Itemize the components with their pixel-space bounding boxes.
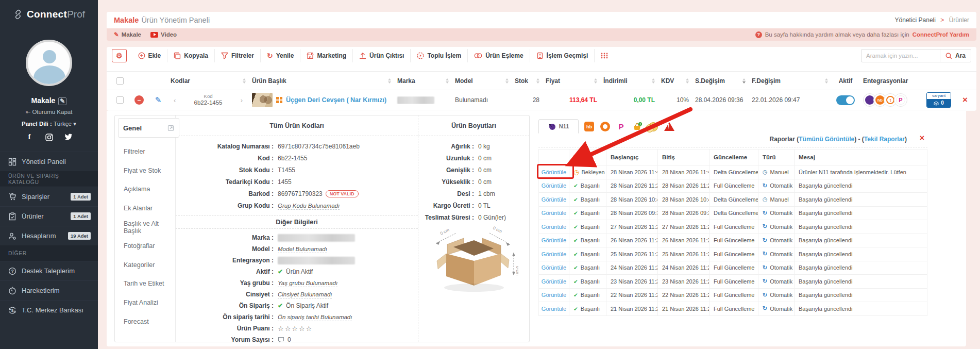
avatar[interactable] — [26, 40, 72, 86]
column-header-turu[interactable]: Türü — [758, 149, 795, 165]
tab-warning-icon[interactable] — [664, 121, 674, 132]
sort-icon[interactable] — [502, 78, 509, 84]
sort-icon[interactable] — [240, 78, 246, 84]
report-view-link[interactable]: Görüntüle — [542, 237, 566, 243]
report-view-link[interactable]: Görüntüle — [542, 196, 566, 203]
report-view-link[interactable]: Görüntüle — [542, 278, 566, 285]
tab-filtreler[interactable]: Filtreler — [115, 142, 175, 161]
column-header-aktif[interactable]: Aktif — [831, 77, 860, 85]
tab-fotograflar[interactable]: Fotoğraflar — [115, 237, 175, 256]
tab-makale[interactable]: ✎Makale — [114, 31, 141, 38]
variant-badge[interactable]: varyant 0 — [926, 92, 951, 108]
tab-forecast[interactable]: Forecast — [115, 312, 175, 331]
close-row-icon[interactable]: × — [962, 95, 968, 105]
product-title-link[interactable]: Üçgen Deri Cevşen ( Nar Kırmızı) — [286, 96, 386, 104]
tab-fiyat-analizi[interactable]: Fiyat Analizi — [115, 293, 175, 312]
active-toggle[interactable] — [836, 95, 855, 105]
sort-icon[interactable] — [649, 78, 655, 84]
column-header-s-degisim[interactable]: S.Değişim — [692, 77, 749, 85]
bulk-operations-button[interactable]: Toplu İşlem — [411, 49, 468, 62]
operation-history-button[interactable]: İşlem Geçmişi — [530, 49, 595, 62]
sort-icon[interactable] — [822, 78, 828, 84]
tab-kategoriler[interactable]: Kategoriler — [115, 256, 175, 275]
facebook-icon[interactable]: f — [25, 133, 33, 141]
tab-video[interactable]: Video — [150, 31, 177, 38]
edit-profile-icon[interactable]: ✎ — [58, 97, 66, 105]
expand-icon[interactable] — [167, 125, 174, 131]
product-matching-button[interactable]: Ürün Eşleme — [468, 49, 530, 62]
column-header-entegrasyonlar[interactable]: Entegrasyonlar — [860, 77, 923, 85]
column-header-marka[interactable]: Marka — [394, 77, 452, 85]
column-header-stok[interactable]: Stok — [512, 77, 543, 85]
report-view-link[interactable]: Görüntüle — [542, 264, 566, 271]
sidebar-item-yonetici-paneli[interactable]: Yönetici Paneli — [0, 152, 98, 171]
column-header-urun-baslik[interactable]: Ürün Başlık — [249, 77, 394, 85]
column-header-kodlar[interactable]: Kodlar — [167, 77, 249, 85]
product-thumbnail[interactable] — [252, 93, 273, 107]
pazarama-integration-icon[interactable]: P — [894, 93, 907, 107]
tab-basket-icon[interactable] — [632, 121, 643, 132]
report-view-link[interactable]: Görüntüle — [542, 182, 566, 189]
refresh-button[interactable]: ↻Yenile — [261, 49, 300, 62]
filters-button[interactable]: Filtreler — [215, 49, 261, 62]
brand-logo[interactable]: ConnectProf — [0, 0, 98, 29]
report-view-link[interactable]: Görüntüle — [542, 224, 566, 230]
sort-icon[interactable] — [533, 78, 539, 84]
product-export-button[interactable]: Ürün Çıktısı — [353, 49, 411, 62]
report-view-link[interactable]: Görüntüle — [542, 292, 566, 298]
tab-tarih-ve-etiket[interactable]: Tarih ve Etiket — [115, 274, 175, 293]
search-button[interactable]: Ara — [940, 49, 971, 62]
column-header-durum[interactable]: Durum — [569, 149, 606, 165]
instagram-icon[interactable] — [45, 133, 53, 141]
column-header-baslangic[interactable]: Başlangıç — [606, 149, 658, 165]
sort-icon[interactable] — [739, 78, 746, 84]
report-view-link[interactable]: Görüntüle — [542, 306, 566, 312]
column-settings-button[interactable] — [595, 49, 614, 62]
column-header-kdv[interactable]: KDV — [658, 77, 692, 85]
report-view-link[interactable]: Görüntüle — [542, 210, 566, 216]
tab-genel[interactable]: Genel — [118, 118, 179, 138]
panel-language-selector[interactable]: Panel Dili : Türkçe ▾ — [0, 120, 98, 127]
sidebar-item-tc-merkez-bankasi[interactable]: $ T.C. Merkez Bankası — [0, 300, 98, 320]
connectprof-help-link[interactable]: ConnectProf Yardım — [913, 31, 969, 38]
report-view-link[interactable]: Görüntüle — [542, 251, 566, 257]
tab-hepsiburada-icon[interactable]: hb — [584, 121, 595, 132]
rating-stars[interactable]: ☆☆☆☆☆ — [278, 325, 313, 333]
column-header-mesaj[interactable]: Mesaj — [795, 149, 927, 165]
breadcrumb-root[interactable]: Yönetici Paneli — [895, 16, 936, 24]
sidebar-item-urunler[interactable]: Ürünler 1 Adet — [0, 206, 98, 226]
tab-coins-icon[interactable] — [648, 121, 658, 132]
edit-row-icon[interactable]: ✎ — [155, 95, 162, 105]
sidebar-item-siparisler[interactable]: Siparişler 1 Adet — [0, 187, 98, 206]
close-reports-icon[interactable]: × — [920, 134, 924, 143]
column-header-bitis[interactable]: Bitiş — [658, 149, 709, 165]
sort-icon[interactable] — [443, 78, 449, 84]
tab-aciklama[interactable]: Açıklama — [115, 180, 175, 199]
tab-trendyol-icon[interactable] — [600, 121, 611, 132]
column-header-indirimli[interactable]: İndirimli — [600, 77, 658, 85]
tab-baslik-ve-alt-baslik[interactable]: Başlık ve Alt Başlık — [115, 218, 175, 237]
column-header-f-degisim[interactable]: F.Değişim — [749, 77, 831, 85]
sort-icon[interactable] — [591, 78, 597, 84]
single-reports-link[interactable]: Tekil Raporlar — [864, 136, 905, 143]
settings-button[interactable]: ⚙ — [112, 49, 127, 62]
column-header-fiyat[interactable]: Fiyat — [543, 77, 600, 85]
view-all-reports-link[interactable]: Tümünü Görüntüle — [799, 136, 854, 143]
sort-icon[interactable] — [385, 78, 391, 84]
tab-ek-alanlar[interactable]: Ek Alanlar — [115, 199, 175, 218]
add-button[interactable]: Ekle — [132, 49, 168, 62]
variant-grid-icon[interactable] — [276, 97, 282, 103]
select-all-checkbox[interactable] — [116, 77, 124, 85]
row-checkbox[interactable] — [116, 96, 124, 104]
tab-fiyat-ve-stok[interactable]: Fiyat ve Stok — [115, 161, 175, 180]
logout-button[interactable]: ⇤ Oturumu Kapat — [0, 108, 98, 115]
sidebar-item-hareketlerim[interactable]: Hareketlerim — [0, 280, 98, 300]
column-header-guncelleme[interactable]: Güncelleme — [709, 149, 758, 165]
marketing-button[interactable]: Marketing — [300, 49, 353, 62]
search-input[interactable] — [861, 53, 940, 59]
prev-product-chevron[interactable]: ‹ — [171, 96, 179, 104]
column-header-model[interactable]: Model — [452, 77, 512, 85]
copy-button[interactable]: Kopyala — [167, 49, 215, 62]
sidebar-item-hesaplarim[interactable]: Hesaplarım 19 Adet — [0, 226, 98, 245]
twitter-icon[interactable] — [64, 133, 73, 141]
